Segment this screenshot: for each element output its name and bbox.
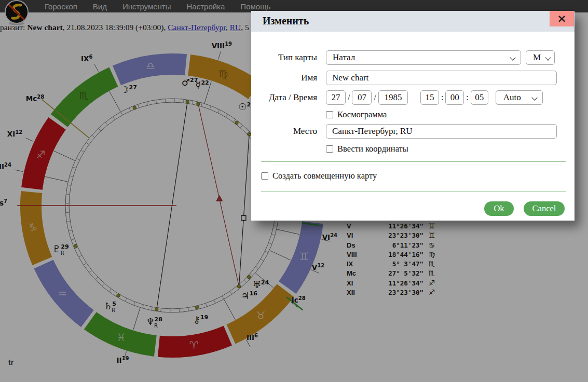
cosmogram-row: Космограмма: [251, 110, 575, 120]
name-label: Имя: [251, 73, 317, 83]
time-separator: :: [466, 93, 468, 102]
datetime-row: Дата / Время / / : : Auto: [251, 90, 575, 105]
date-separator: /: [374, 93, 376, 102]
coords-checkbox[interactable]: [326, 145, 333, 153]
hour-input[interactable]: [420, 90, 439, 105]
chart-type-label: Тип карты: [251, 52, 317, 63]
place-input[interactable]: [326, 124, 557, 139]
chevron-down-icon: [545, 54, 551, 60]
gender-value: M: [526, 52, 541, 63]
day-input[interactable]: [326, 90, 346, 105]
combined-chart-row: Создать совмещенную карту: [251, 171, 575, 181]
chevron-down-icon: [510, 54, 515, 60]
dialog-title: Изменить: [263, 15, 309, 27]
chart-type-value: Натал: [326, 52, 355, 63]
edit-chart-dialog: Изменить × Тип карты Натал M Имя Дата / …: [251, 11, 575, 221]
second-input[interactable]: [471, 90, 488, 105]
chart-type-select[interactable]: Натал: [326, 50, 521, 65]
date-separator: /: [348, 93, 350, 102]
divider: [261, 192, 566, 192]
close-icon[interactable]: ×: [550, 11, 574, 26]
chart-type-row: Тип карты Натал M: [251, 50, 575, 65]
combined-chart-checkbox[interactable]: [261, 172, 268, 180]
coords-label: Ввести координаты: [337, 144, 408, 154]
minute-input[interactable]: [445, 90, 464, 105]
divider: [261, 161, 566, 162]
name-input[interactable]: [326, 71, 557, 85]
year-input[interactable]: [378, 90, 408, 105]
chevron-down-icon: [531, 94, 537, 100]
cancel-button[interactable]: Cancel: [524, 201, 565, 216]
cosmogram-checkbox[interactable]: [326, 111, 333, 118]
dialog-header: Изменить: [251, 11, 575, 32]
timezone-select[interactable]: Auto: [496, 90, 543, 105]
ok-button[interactable]: Ok: [484, 201, 514, 216]
place-label: Место: [251, 126, 317, 137]
name-row: Имя: [251, 71, 575, 85]
coords-row: Ввести координаты: [251, 144, 575, 154]
timezone-value: Auto: [496, 92, 521, 103]
month-input[interactable]: [352, 90, 372, 105]
combined-chart-label: Создать совмещенную карту: [272, 171, 377, 181]
datetime-label: Дата / Время: [251, 92, 317, 103]
app-window: ГороскопВидИнструментыНастройкаПомощь ра…: [0, 0, 588, 382]
gender-select[interactable]: M: [526, 50, 555, 65]
place-row: Место: [251, 124, 575, 139]
cosmogram-label: Космограмма: [337, 110, 387, 120]
time-separator: :: [441, 93, 443, 102]
